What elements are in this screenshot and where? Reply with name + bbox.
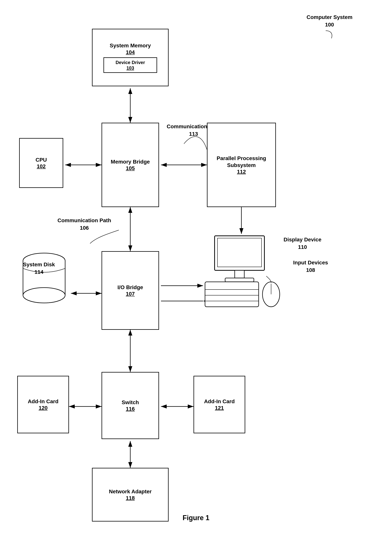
network-adapter-label: Network Adapter — [109, 488, 152, 495]
cpu-number: 102 — [37, 163, 46, 170]
switch-label: Switch — [122, 399, 139, 406]
switch-box: Switch 116 — [102, 372, 159, 439]
add-in-card-120-number: 120 — [39, 405, 48, 411]
add-in-card-121-label: Add-In Card — [204, 398, 235, 405]
computer-system-label: Computer System 100 — [307, 14, 353, 28]
svg-point-28 — [23, 288, 65, 303]
system-memory-box: System Memory 104 Device Driver 103 — [92, 29, 169, 86]
svg-rect-15 — [217, 238, 261, 267]
svg-rect-18 — [205, 282, 259, 307]
figure-label: Figure 1 — [0, 513, 392, 523]
add-in-card-121-box: Add-In Card 121 — [194, 376, 245, 433]
parallel-processing-number: 112 — [237, 169, 246, 175]
comm-path-106-label: Communication Path 106 — [57, 217, 111, 232]
memory-bridge-label: Memory Bridge — [111, 158, 150, 165]
io-bridge-box: I/O Bridge 107 — [102, 251, 159, 330]
input-devices-label: Input Devices 108 — [293, 259, 328, 274]
cpu-label: CPU — [35, 156, 47, 163]
memory-bridge-box: Memory Bridge 105 — [102, 123, 159, 207]
device-driver-label: Device Driver — [107, 59, 154, 65]
system-memory-number: 104 — [126, 49, 135, 55]
io-bridge-label: I/O Bridge — [117, 284, 143, 291]
system-memory-label: System Memory — [110, 42, 151, 49]
system-disk-icon — [19, 249, 69, 307]
system-disk-label: System Disk 114 — [23, 261, 55, 276]
memory-bridge-number: 105 — [126, 165, 135, 171]
add-in-card-121-number: 121 — [215, 405, 224, 411]
input-devices-icon — [203, 274, 284, 322]
add-in-card-120-box: Add-In Card 120 — [17, 376, 69, 433]
add-in-card-120-label: Add-In Card — [28, 398, 58, 405]
switch-number: 116 — [126, 406, 135, 412]
parallel-processing-box: Parallel Processing Subsystem 112 — [207, 123, 276, 207]
io-bridge-number: 107 — [126, 291, 135, 297]
parallel-processing-label: Parallel Processing Subsystem — [207, 155, 275, 169]
cpu-box: CPU 102 — [19, 138, 63, 188]
network-adapter-number: 118 — [126, 495, 135, 501]
device-driver-number: 103 — [107, 65, 154, 71]
display-device-label: Display Device 110 — [284, 236, 322, 251]
